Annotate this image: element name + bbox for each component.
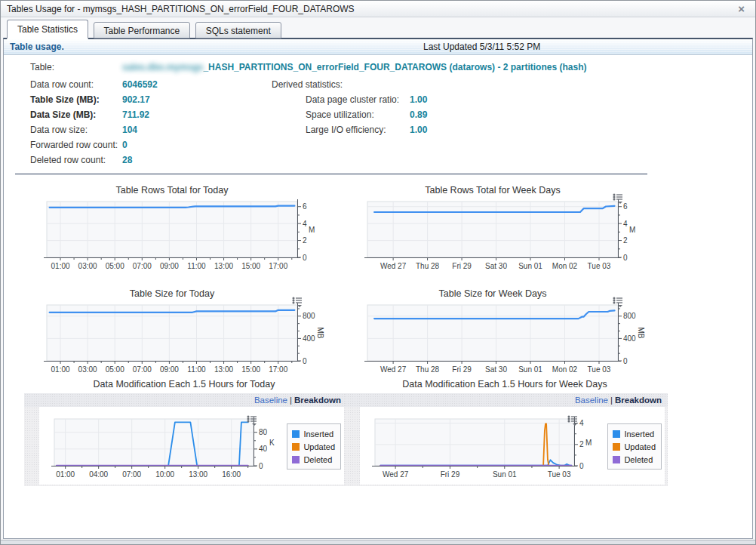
svg-text:01:00: 01:00 — [51, 365, 70, 374]
stat-value: 1.00 — [410, 94, 427, 105]
svg-text:Wed 27: Wed 27 — [380, 262, 407, 270]
legend-item-inserted: Inserted — [613, 427, 656, 440]
window-title: Tables Usage for - mymsgs_HASH_PARTITION… — [7, 4, 355, 14]
svg-text:0: 0 — [303, 254, 307, 262]
stat-row-deleted-row-count: Deleted row count:28 — [30, 152, 158, 168]
svg-text:4: 4 — [579, 419, 584, 427]
svg-text:MB: MB — [637, 328, 645, 339]
svg-text:03:00: 03:00 — [78, 262, 97, 270]
chart-menu-icon[interactable] — [567, 414, 579, 430]
modification-chart-panel: 024Wed 27Fri 29Sun 01Tue 03M Inserted Up… — [360, 407, 665, 485]
chart-title: Table Rows Total for Week Days — [345, 185, 641, 197]
stat-rows: Data row count:6046592 Table Size (MB):9… — [30, 77, 158, 168]
modification-panel-today: Baseline|Breakdown 0408001:0004:0007:001… — [24, 393, 347, 486]
svg-text:13:00: 13:00 — [214, 262, 233, 270]
section-divider — [15, 174, 647, 174]
chart-canvas-table-rows-today[interactable]: 024601:0003:0005:0007:0009:0011:0013:001… — [24, 197, 345, 276]
chart-table-size-week: Table Size for Week Days 0400800Wed 27Th… — [345, 288, 668, 382]
derived-statistics-title: Derived statistics: — [272, 77, 427, 92]
svg-text:13:00: 13:00 — [214, 365, 233, 374]
stat-value: 28 — [122, 155, 132, 165]
chart-title: Table Rows Total for Today — [24, 185, 320, 197]
svg-text:03:00: 03:00 — [78, 365, 97, 374]
table-statistics-section: Table:sales.dbo.mymsgs_HASH_PARTITIONS_O… — [4, 55, 752, 176]
stat-row-table-size: Table Size (MB):902.17 — [30, 92, 158, 107]
chart-canvas-table-size-week[interactable]: 0400800Wed 27Thu 28Fri 29Sat 30Sun 01Mon… — [345, 300, 665, 379]
legend-item-deleted: Deleted — [292, 453, 335, 466]
svg-text:11:00: 11:00 — [187, 262, 206, 270]
tab-sqls-statement[interactable]: SQLs statement — [195, 22, 281, 38]
svg-text:15:00: 15:00 — [241, 262, 260, 270]
legend-item-inserted: Inserted — [292, 427, 335, 440]
stat-value: 902.17 — [122, 94, 150, 105]
updated-swatch — [613, 443, 620, 451]
svg-text:Thu 28: Thu 28 — [416, 262, 440, 270]
chart-table-rows-week: Table Rows Total for Week Days 0246Wed 2… — [345, 185, 668, 279]
stat-value: 0 — [122, 140, 128, 150]
svg-text:09:00: 09:00 — [160, 262, 179, 270]
toggle-separator: | — [610, 396, 613, 405]
breakdown-toggle[interactable]: Breakdown — [615, 396, 662, 405]
chart-title: Table Size for Week Days — [345, 288, 641, 300]
svg-text:M: M — [629, 226, 635, 234]
stat-value: 0.89 — [410, 109, 427, 120]
baseline-link[interactable]: Baseline — [575, 396, 608, 405]
chart-menu-icon[interactable] — [246, 414, 258, 430]
breakdown-toggle[interactable]: Breakdown — [294, 396, 341, 405]
modification-chart-panel: 0408001:0004:0007:0010:0013:0016:00K Ins… — [39, 407, 344, 485]
stat-row-data-page-cluster-ratio: Data page cluster ratio:1.00 — [306, 92, 427, 107]
svg-text:15:00: 15:00 — [241, 365, 260, 374]
stat-value: 1.00 — [410, 125, 427, 135]
svg-text:Wed 27: Wed 27 — [380, 365, 407, 374]
close-icon[interactable]: × — [738, 2, 745, 16]
svg-text:Sun 01: Sun 01 — [518, 365, 542, 374]
chart-canvas-table-size-today[interactable]: 040080001:0003:0005:0007:0009:0011:0013:… — [24, 300, 345, 379]
chart-menu-icon[interactable] — [291, 296, 303, 311]
svg-text:Fri 29: Fri 29 — [452, 262, 472, 270]
svg-text:13:00: 13:00 — [189, 470, 207, 479]
svg-text:MB: MB — [316, 328, 324, 339]
svg-text:2: 2 — [623, 236, 628, 245]
svg-text:07:00: 07:00 — [133, 365, 152, 374]
chart-title: Data Modification Each 1.5 Hours for Wee… — [345, 379, 665, 391]
chart-menu-icon[interactable] — [612, 192, 624, 208]
svg-text:0: 0 — [259, 462, 263, 470]
stat-row-data-size: Data Size (MB):711.92 — [30, 107, 158, 122]
baseline-link[interactable]: Baseline — [254, 396, 287, 405]
table-name-value: sales.dbo.mymsgs_HASH_PARTITIONS_ON_erro… — [122, 62, 586, 72]
chart-table-rows-today: Table Rows Total for Today 024601:0003:0… — [24, 185, 347, 279]
last-updated-text: Last Updated 5/3/11 5:52 PM — [423, 39, 540, 55]
svg-text:Mon 02: Mon 02 — [552, 365, 578, 374]
svg-text:Tue 03: Tue 03 — [588, 365, 611, 374]
svg-text:05:00: 05:00 — [106, 365, 124, 374]
chart-menu-icon[interactable] — [612, 296, 624, 311]
svg-text:Wed 27: Wed 27 — [383, 470, 409, 479]
baseline-breakdown-toggle: Baseline|Breakdown — [345, 393, 668, 407]
updated-swatch — [292, 443, 300, 451]
inserted-swatch — [613, 430, 620, 438]
svg-text:400: 400 — [303, 334, 315, 343]
toggle-separator: | — [290, 396, 292, 405]
svg-text:0: 0 — [579, 462, 584, 470]
svg-text:M: M — [309, 226, 315, 234]
svg-text:2: 2 — [579, 440, 584, 448]
chart-canvas-table-rows-week[interactable]: 0246Wed 27Thu 28Fri 29Sat 30Sun 01Mon 02… — [345, 197, 665, 276]
svg-text:Thu 28: Thu 28 — [416, 365, 440, 374]
tab-strip: Table Statistics Table Performance SQLs … — [1, 17, 755, 39]
derived-statistics: Derived statistics: Data page cluster ra… — [272, 77, 427, 137]
stat-row-space-utilization: Space utilization:0.89 — [306, 107, 427, 122]
svg-text:Fri 29: Fri 29 — [441, 470, 460, 479]
tab-table-statistics[interactable]: Table Statistics — [7, 20, 88, 39]
usage-header-band: Table usage. Last Updated 5/3/11 5:52 PM — [4, 39, 752, 55]
svg-text:0: 0 — [623, 357, 628, 365]
window-titlebar[interactable]: Tables Usage for - mymsgs_HASH_PARTITION… — [1, 1, 755, 17]
chart-title: Data Modification Each 1.5 Hours for Tod… — [24, 379, 344, 391]
tab-table-performance[interactable]: Table Performance — [94, 22, 191, 38]
usage-title: Table usage. — [10, 39, 64, 55]
svg-text:04:00: 04:00 — [89, 470, 108, 479]
chart-legend: Inserted Updated Deleted — [287, 423, 341, 470]
svg-text:6: 6 — [303, 202, 307, 211]
deleted-swatch — [613, 456, 620, 463]
svg-text:80: 80 — [259, 428, 268, 436]
chart-legend: Inserted Updated Deleted — [607, 423, 662, 470]
